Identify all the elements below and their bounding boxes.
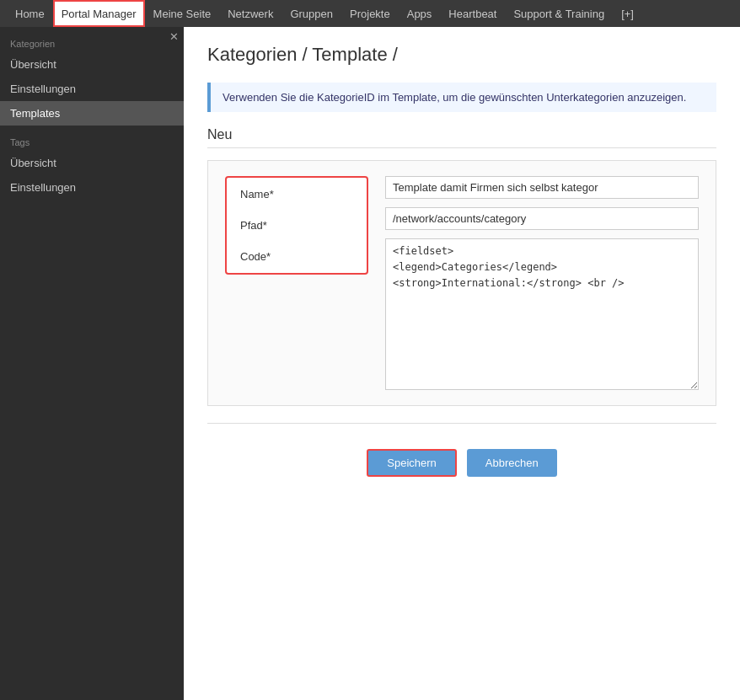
page-title: Kategorien / Template / — [207, 44, 716, 66]
form-card: Name* Pfad* Code* <fieldset> <legend>Cat… — [207, 160, 716, 406]
name-label: Name* — [240, 188, 353, 200]
nav-item-netzwerk[interactable]: Netzwerk — [219, 0, 282, 27]
nav-item-portal-manager[interactable]: Portal Manager — [53, 0, 145, 27]
nav-item-meine-seite[interactable]: Meine Seite — [145, 0, 220, 27]
nav-item-gruppen[interactable]: Gruppen — [282, 0, 341, 27]
info-box: Verwenden Sie die KategorieID im Templat… — [207, 83, 716, 112]
code-label: Code* — [240, 250, 353, 263]
main-content: Kategorien / Template / Verwenden Sie di… — [184, 27, 740, 700]
top-navigation: Home Portal Manager Meine Seite Netzwerk… — [0, 0, 740, 27]
nav-item-projekte[interactable]: Projekte — [341, 0, 399, 27]
sidebar-close-icon[interactable]: ✕ — [169, 30, 179, 43]
nav-item-heartbeat[interactable]: Heartbeat — [440, 0, 505, 27]
nav-item-apps[interactable]: Apps — [399, 0, 441, 27]
nav-item-plus[interactable]: [+] — [613, 0, 642, 27]
sidebar-item-uebersicht[interactable]: Übersicht — [0, 52, 184, 77]
divider — [207, 423, 716, 424]
nav-item-home[interactable]: Home — [7, 0, 53, 27]
cancel-button[interactable]: Abbrechen — [467, 449, 557, 477]
code-textarea[interactable]: <fieldset> <legend>Categories</legend> <… — [385, 238, 699, 390]
form-section-title: Neu — [207, 127, 716, 148]
pfad-label: Pfad* — [240, 219, 353, 232]
nav-item-support[interactable]: Support & Training — [505, 0, 613, 27]
sidebar-item-einstellungen[interactable]: Einstellungen — [0, 77, 184, 101]
form-labels-box: Name* Pfad* Code* — [225, 176, 368, 275]
pfad-input[interactable] — [385, 207, 699, 230]
sidebar-tags-label: Tags — [0, 126, 184, 151]
button-row: Speichern Abbrechen — [207, 441, 716, 485]
sidebar-item-tags-einstellungen[interactable]: Einstellungen — [0, 175, 184, 200]
sidebar-kategorien-label: Kategorien — [0, 27, 184, 52]
form-fields-box: <fieldset> <legend>Categories</legend> <… — [385, 176, 699, 390]
sidebar-item-tags-uebersicht[interactable]: Übersicht — [0, 151, 184, 175]
form-row: Name* Pfad* Code* <fieldset> <legend>Cat… — [225, 176, 699, 390]
sidebar-item-templates[interactable]: Templates — [0, 101, 184, 126]
name-input[interactable] — [385, 176, 699, 199]
save-button[interactable]: Speichern — [367, 449, 457, 477]
sidebar: ✕ Kategorien Übersicht Einstellungen Tem… — [0, 27, 184, 700]
